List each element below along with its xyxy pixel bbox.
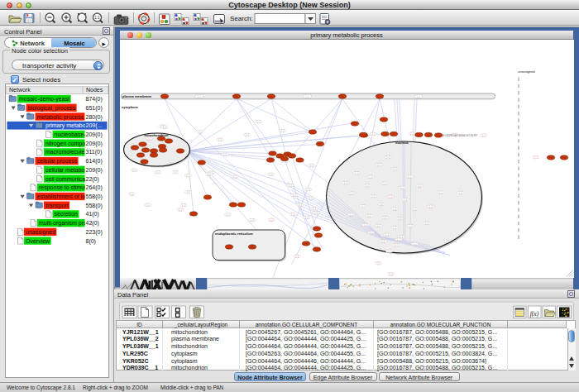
svg-text:[...]: [...] bbox=[393, 226, 396, 229]
svg-text:establishment of lo: establishment of lo bbox=[37, 194, 85, 199]
svg-text:[...]: [...] bbox=[257, 120, 261, 123]
svg-text:[...]: [...] bbox=[410, 132, 414, 136]
svg-text:[...]: [...] bbox=[314, 211, 318, 214]
svg-text:[...]: [...] bbox=[187, 174, 190, 177]
svg-text:[...]: [...] bbox=[251, 218, 254, 222]
svg-text:[...]: [...] bbox=[414, 242, 417, 246]
svg-text:[...]: [...] bbox=[386, 155, 390, 159]
svg-text:[...]: [...] bbox=[369, 175, 372, 179]
svg-text:[...]: [...] bbox=[293, 194, 296, 197]
svg-text:cytoplasm: cytoplasm bbox=[122, 105, 138, 109]
svg-text:secretion: secretion bbox=[55, 211, 79, 217]
svg-text:[...]: [...] bbox=[397, 238, 400, 241]
svg-text:[...]: [...] bbox=[227, 213, 230, 217]
svg-text:endoplasmic reticulum: endoplasmic reticulum bbox=[215, 232, 253, 236]
svg-text:[...]: [...] bbox=[390, 273, 393, 276]
svg-text:[...]: [...] bbox=[398, 217, 401, 220]
svg-text:[...]: [...] bbox=[459, 191, 462, 194]
svg-text:multi-organism pro: multi-organism pro bbox=[39, 220, 87, 227]
svg-text:[...]: [...] bbox=[384, 182, 387, 185]
svg-text:209(0): 209(0) bbox=[86, 131, 103, 138]
svg-text:[...]: [...] bbox=[309, 197, 313, 200]
svg-text:primary metabo: primary metabo bbox=[45, 122, 86, 129]
svg-text:209(0): 209(0) bbox=[86, 141, 103, 147]
svg-text:[...]: [...] bbox=[482, 134, 486, 137]
svg-text:unassigned: unassigned bbox=[518, 69, 534, 74]
svg-text:[...]: [...] bbox=[146, 203, 150, 207]
svg-text:[...]: [...] bbox=[355, 171, 358, 174]
svg-text:209(...: 209(... bbox=[86, 122, 103, 129]
svg-text:[...]: [...] bbox=[367, 214, 371, 218]
svg-text:GO:45281.GO:44464.GO:16787: GO:45281.GO:44464.GO:16787 bbox=[442, 134, 478, 137]
svg-text:nucleus: nucleus bbox=[395, 141, 409, 145]
svg-text:[...]: [...] bbox=[366, 184, 369, 187]
svg-text:[...]: [...] bbox=[199, 131, 202, 134]
svg-text:[...]: [...] bbox=[381, 240, 385, 243]
svg-text:280(0): 280(0) bbox=[86, 114, 103, 121]
svg-text:[...]: [...] bbox=[371, 194, 375, 198]
svg-text:[...]: [...] bbox=[364, 223, 367, 227]
svg-text:[...]: [...] bbox=[307, 188, 310, 191]
svg-text:614(0): 614(0) bbox=[86, 158, 103, 165]
svg-text:[...]: [...] bbox=[378, 163, 381, 166]
svg-text:biological_process: biological_process bbox=[28, 105, 76, 112]
svg-text:[...]: [...] bbox=[380, 203, 383, 206]
svg-text:[...]: [...] bbox=[395, 243, 398, 246]
svg-text:macromolecule: macromolecule bbox=[45, 149, 85, 155]
svg-text:[...]: [...] bbox=[306, 95, 309, 98]
svg-text:nucleobase-: nucleobase- bbox=[55, 131, 87, 137]
svg-text:nitrogen compo: nitrogen compo bbox=[45, 141, 85, 147]
svg-text:Nodes: Nodes bbox=[86, 87, 103, 93]
svg-text:metabolic process: metabolic process bbox=[37, 114, 84, 121]
svg-text:[...]: [...] bbox=[174, 170, 177, 174]
svg-text:[...]: [...] bbox=[351, 192, 354, 195]
svg-text:transport: transport bbox=[45, 203, 69, 209]
svg-text:651(0): 651(0) bbox=[86, 105, 103, 112]
svg-text:[...]: [...] bbox=[404, 198, 407, 201]
svg-text:[...]: [...] bbox=[305, 216, 309, 219]
svg-text:response to stimulu: response to stimulu bbox=[39, 184, 89, 191]
svg-text:[...]: [...] bbox=[156, 170, 160, 174]
svg-text:[...]: [...] bbox=[198, 95, 201, 98]
svg-text:cellular metabo: cellular metabo bbox=[45, 167, 85, 173]
svg-text:264(0): 264(0) bbox=[86, 184, 103, 191]
svg-text:Overview: Overview bbox=[26, 238, 50, 244]
svg-text:[...]: [...] bbox=[370, 231, 373, 234]
svg-text:[...]: [...] bbox=[408, 175, 411, 179]
svg-text:[...]: [...] bbox=[182, 203, 185, 207]
svg-text:[...]: [...] bbox=[350, 213, 353, 217]
svg-text:[...]: [...] bbox=[413, 208, 416, 211]
svg-text:[...]: [...] bbox=[163, 126, 166, 129]
svg-text:[...]: [...] bbox=[344, 181, 347, 184]
svg-text:[...]: [...] bbox=[270, 173, 273, 176]
svg-text:[...]: [...] bbox=[409, 224, 413, 227]
svg-text:plasma membrane: plasma membrane bbox=[122, 94, 152, 98]
svg-text:[...]: [...] bbox=[388, 250, 391, 253]
svg-text:[...]: [...] bbox=[289, 184, 292, 187]
svg-text:[...]: [...] bbox=[299, 203, 302, 207]
svg-text:mitochondrion: mitochondrion bbox=[144, 133, 169, 137]
svg-text:[...]: [...] bbox=[372, 132, 376, 136]
svg-text:[...]: [...] bbox=[133, 169, 136, 172]
svg-text:f(x): f(x) bbox=[530, 310, 539, 318]
svg-text:[...]: [...] bbox=[400, 186, 404, 189]
svg-text:[...]: [...] bbox=[383, 216, 386, 219]
svg-text:[...]: [...] bbox=[223, 153, 227, 156]
svg-text:cell communicat: cell communicat bbox=[45, 176, 87, 182]
svg-text:[...]: [...] bbox=[534, 155, 538, 159]
svg-text:311(0): 311(0) bbox=[86, 149, 103, 155]
svg-text:[...]: [...] bbox=[187, 190, 190, 194]
svg-text:[...]: [...] bbox=[295, 255, 299, 258]
svg-text:[...]: [...] bbox=[425, 222, 428, 225]
svg-text:[...]: [...] bbox=[418, 184, 421, 188]
svg-text:[...]: [...] bbox=[218, 138, 222, 141]
svg-text:Network: Network bbox=[9, 87, 31, 93]
svg-text:[...]: [...] bbox=[291, 213, 294, 216]
svg-text:[...]: [...] bbox=[417, 95, 420, 98]
svg-text:558(0): 558(0) bbox=[86, 194, 103, 200]
svg-text:cellular process: cellular process bbox=[37, 158, 78, 165]
svg-text:[...]: [...] bbox=[233, 175, 237, 179]
svg-text:Search:: Search: bbox=[230, 15, 253, 22]
svg-text:unassigned: unassigned bbox=[26, 229, 55, 236]
svg-text:41(0): 41(0) bbox=[86, 211, 99, 218]
